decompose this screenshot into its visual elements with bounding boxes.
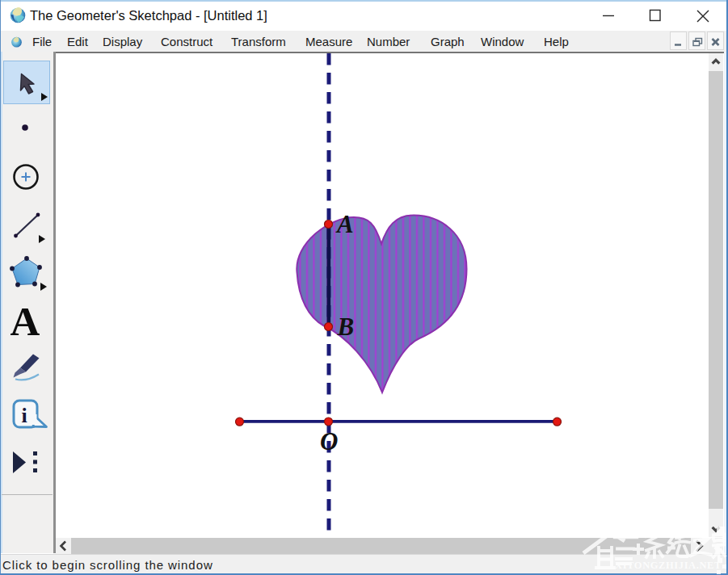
svg-text:A: A [11, 299, 40, 344]
svg-text:i: i [21, 404, 27, 427]
svg-text:XITONGZHIJIA.NET: XITONGZHIJIA.NET [615, 560, 722, 571]
svg-text:O: O [320, 427, 338, 455]
svg-text:B: B [337, 313, 355, 341]
svg-text:A: A [335, 210, 354, 238]
